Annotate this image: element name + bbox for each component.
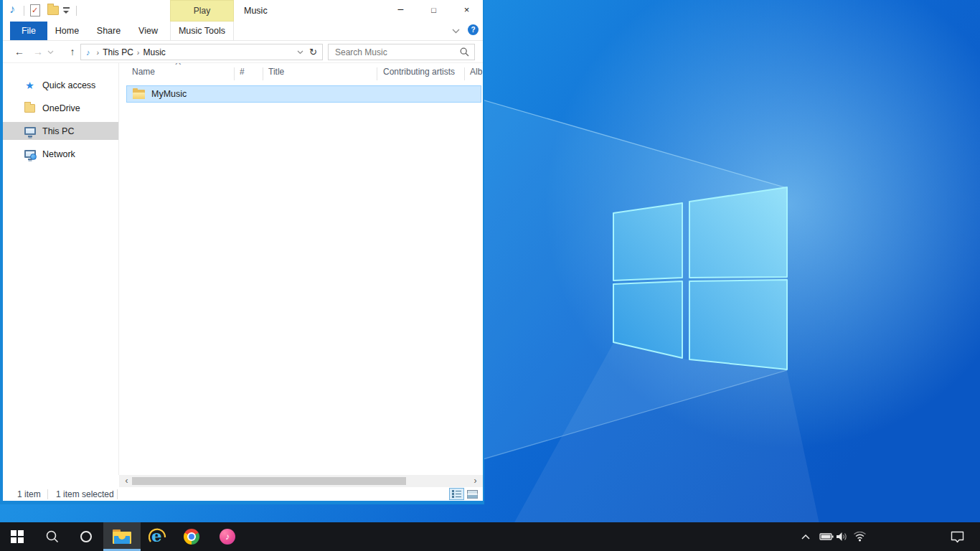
this-pc-monitor-icon bbox=[24, 127, 36, 135]
tab-view[interactable]: View bbox=[131, 22, 165, 41]
desktop-screen: ♪ ✓ Play Music – □ × File Home Share Vie… bbox=[0, 0, 980, 551]
taskbar: e ♪ bbox=[0, 522, 980, 551]
maximize-button[interactable]: □ bbox=[423, 0, 445, 21]
volume-tray-icon[interactable] bbox=[834, 522, 849, 551]
status-selection-count: 1 item selected bbox=[56, 487, 114, 502]
window-title: Music bbox=[244, 6, 268, 16]
taskbar-search-button[interactable] bbox=[37, 522, 68, 551]
minimize-button[interactable]: – bbox=[390, 0, 412, 21]
battery-icon bbox=[819, 532, 834, 541]
tab-share[interactable]: Share bbox=[91, 22, 126, 41]
scroll-right-arrow[interactable]: › bbox=[469, 475, 481, 487]
chevron-down-icon bbox=[63, 11, 69, 14]
internet-explorer-button[interactable]: e bbox=[142, 522, 174, 551]
show-hidden-icons-button[interactable] bbox=[798, 522, 814, 551]
back-button[interactable]: ← bbox=[10, 42, 29, 62]
cortana-button[interactable] bbox=[70, 522, 102, 551]
column-header-contributing-artists[interactable]: Contributing artists bbox=[383, 67, 455, 81]
file-list-pane[interactable]: ^ Name # Title Contributing artists Alb … bbox=[119, 63, 483, 475]
file-explorer-window: ♪ ✓ Play Music – □ × File Home Share Vie… bbox=[0, 0, 484, 504]
cortana-ring-icon bbox=[80, 531, 92, 542]
large-icons-view-icon bbox=[467, 490, 478, 499]
breadcrumb-this-pc[interactable]: This PC bbox=[103, 47, 133, 57]
horizontal-scrollbar[interactable]: ‹ › bbox=[119, 475, 483, 487]
wifi-icon bbox=[853, 532, 867, 542]
action-center-icon bbox=[951, 531, 964, 543]
status-separator bbox=[47, 489, 48, 499]
file-row-mymusic[interactable]: MyMusic bbox=[126, 85, 481, 103]
properties-qat-button[interactable]: ✓ bbox=[30, 4, 40, 17]
speaker-icon bbox=[836, 532, 848, 542]
sidebar-item-label: Network bbox=[42, 149, 75, 159]
qat-separator bbox=[76, 6, 77, 16]
tab-music-tools[interactable]: Music Tools bbox=[170, 22, 234, 41]
itunes-button[interactable]: ♪ bbox=[212, 522, 243, 551]
tab-file[interactable]: File bbox=[10, 22, 47, 41]
expand-ribbon-chevron-icon[interactable] bbox=[452, 29, 460, 34]
address-dropdown-chevron-icon[interactable] bbox=[297, 50, 303, 55]
taskbar-file-explorer-button[interactable] bbox=[103, 522, 141, 551]
column-separator[interactable] bbox=[464, 67, 465, 80]
network-icon bbox=[24, 150, 36, 158]
column-separator[interactable] bbox=[263, 67, 263, 80]
forward-button: → bbox=[29, 42, 47, 62]
chevron-up-icon bbox=[801, 534, 810, 540]
column-header-title[interactable]: Title bbox=[268, 67, 284, 81]
window-border-right bbox=[483, 0, 484, 501]
search-icon[interactable] bbox=[460, 47, 469, 57]
onedrive-folder-icon bbox=[24, 104, 35, 113]
details-view-button[interactable] bbox=[449, 488, 464, 500]
music-note-window-icon: ♪ bbox=[9, 3, 15, 16]
scroll-left-arrow[interactable]: ‹ bbox=[121, 475, 133, 487]
sort-ascending-icon: ^ bbox=[175, 63, 181, 69]
status-separator bbox=[117, 489, 118, 499]
start-button[interactable] bbox=[1, 522, 33, 551]
sidebar-item-label: This PC bbox=[42, 126, 74, 136]
search-box[interactable] bbox=[328, 44, 475, 60]
recent-locations-chevron-icon[interactable] bbox=[47, 50, 54, 55]
checkmark-icon: ✓ bbox=[32, 6, 38, 15]
sidebar-item-onedrive[interactable]: OneDrive bbox=[3, 99, 118, 117]
qat-separator bbox=[24, 6, 24, 16]
battery-tray-icon[interactable] bbox=[818, 522, 835, 551]
file-explorer-icon bbox=[113, 529, 131, 544]
close-button[interactable]: × bbox=[456, 0, 478, 21]
large-icons-view-button[interactable] bbox=[465, 488, 480, 500]
new-folder-qat-button[interactable] bbox=[47, 6, 59, 15]
chrome-button[interactable] bbox=[176, 522, 207, 551]
breadcrumb-music[interactable]: Music bbox=[143, 47, 166, 57]
ribbon-divider bbox=[3, 40, 483, 41]
up-button[interactable]: ↑ bbox=[63, 42, 82, 62]
breadcrumb-chevron-icon: › bbox=[137, 48, 140, 57]
sidebar-item-quick-access[interactable]: ★ Quick access bbox=[3, 76, 118, 94]
action-center-button[interactable] bbox=[946, 522, 969, 551]
sidebar-item-network[interactable]: Network bbox=[3, 145, 118, 163]
globe-icon bbox=[30, 154, 37, 160]
sidebar-item-this-pc[interactable]: This PC bbox=[3, 122, 118, 140]
refresh-icon[interactable]: ↻ bbox=[309, 47, 317, 57]
scrollbar-thumb[interactable] bbox=[132, 477, 406, 485]
address-bar[interactable]: ♪ › This PC › Music ↻ bbox=[80, 44, 323, 60]
search-icon bbox=[46, 530, 59, 543]
breadcrumb-chevron-icon: › bbox=[97, 48, 100, 57]
column-header-name[interactable]: Name bbox=[132, 67, 155, 81]
file-name: MyMusic bbox=[151, 89, 187, 99]
windows-start-icon bbox=[11, 530, 24, 543]
tab-home[interactable]: Home bbox=[51, 22, 83, 41]
sidebar-item-label: OneDrive bbox=[42, 103, 80, 113]
column-separator[interactable] bbox=[377, 67, 377, 80]
music-note-icon: ♪ bbox=[86, 48, 90, 57]
contextual-tab-play[interactable]: Play bbox=[170, 0, 234, 22]
customize-quick-access-toolbar-button[interactable] bbox=[63, 7, 70, 15]
help-button[interactable]: ? bbox=[468, 24, 479, 35]
search-input[interactable] bbox=[329, 44, 458, 60]
network-tray-icon[interactable] bbox=[851, 522, 868, 551]
internet-explorer-icon: e bbox=[149, 528, 167, 545]
column-header-number[interactable]: # bbox=[240, 67, 245, 81]
status-item-count: 1 item bbox=[17, 487, 41, 502]
details-view-icon bbox=[452, 490, 461, 498]
column-separator[interactable] bbox=[234, 67, 235, 80]
quick-access-star-icon: ★ bbox=[25, 80, 34, 90]
column-header-album[interactable]: Alb bbox=[470, 67, 482, 81]
sidebar-item-label: Quick access bbox=[42, 80, 95, 90]
